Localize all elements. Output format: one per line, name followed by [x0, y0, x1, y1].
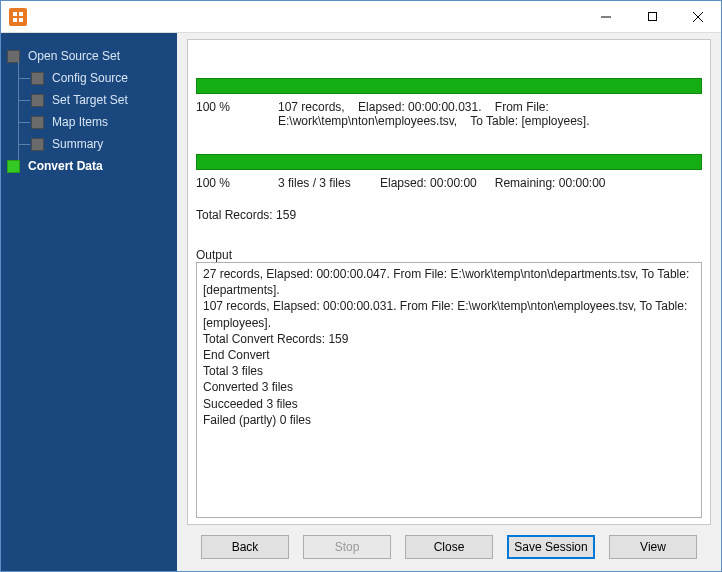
app-icon: [9, 8, 27, 26]
svg-rect-2: [13, 18, 17, 22]
step-map-items[interactable]: Map Items: [31, 111, 171, 133]
step-open-source-set[interactable]: Open Source Set: [7, 45, 171, 67]
total-remaining: Remaining: 00:00:00: [495, 176, 606, 190]
svg-rect-0: [13, 12, 17, 16]
step-box-icon: [31, 94, 44, 107]
button-bar: Back Stop Close Save Session View: [187, 525, 711, 563]
stop-button: Stop: [303, 535, 391, 559]
wizard-sidebar: Open Source Set Config Source Set Target…: [1, 33, 177, 571]
view-button[interactable]: View: [609, 535, 697, 559]
step-convert-data[interactable]: Convert Data: [7, 155, 171, 177]
total-elapsed: Elapsed: 00:00:00: [380, 176, 477, 190]
file-records: 107 records,: [278, 100, 345, 114]
total-percent: 100 %: [196, 176, 260, 190]
step-summary[interactable]: Summary: [31, 133, 171, 155]
step-box-icon: [31, 116, 44, 129]
step-label: Summary: [52, 137, 103, 151]
save-session-button[interactable]: Save Session: [507, 535, 595, 559]
back-button[interactable]: Back: [201, 535, 289, 559]
file-percent: 100 %: [196, 100, 260, 128]
svg-rect-3: [19, 18, 23, 22]
maximize-button[interactable]: [629, 1, 675, 33]
total-progress-block: 100 % 3 files / 3 files Elapsed: 00:00:0…: [196, 154, 702, 222]
step-set-target-set[interactable]: Set Target Set: [31, 89, 171, 111]
step-label: Map Items: [52, 115, 108, 129]
step-box-icon: [31, 138, 44, 151]
output-textarea[interactable]: 27 records, Elapsed: 00:00:00.047. From …: [196, 262, 702, 518]
step-label: Open Source Set: [28, 49, 120, 63]
titlebar: [1, 1, 721, 33]
step-box-icon: [31, 72, 44, 85]
total-records: Total Records: 159: [196, 208, 296, 222]
step-label: Config Source: [52, 71, 128, 85]
file-elapsed: Elapsed: 00:00:00.031.: [358, 100, 481, 114]
step-label: Convert Data: [28, 159, 103, 173]
total-files: 3 files / 3 files: [278, 176, 362, 190]
step-box-icon: [7, 160, 20, 173]
minimize-button[interactable]: [583, 1, 629, 33]
file-progress-block: 100 % 107 records, Elapsed: 00:00:00.031…: [196, 78, 702, 128]
total-progress-bar: [196, 154, 702, 170]
file-to-table: To Table: [employees].: [470, 114, 589, 128]
file-progress-bar: [196, 78, 702, 94]
svg-rect-1: [19, 12, 23, 16]
step-label: Set Target Set: [52, 93, 128, 107]
output-label: Output: [196, 248, 702, 262]
close-button[interactable]: Close: [405, 535, 493, 559]
step-config-source[interactable]: Config Source: [31, 67, 171, 89]
file-from-label: From File:: [495, 100, 549, 114]
close-window-button[interactable]: [675, 1, 721, 33]
main-panel: 100 % 107 records, Elapsed: 00:00:00.031…: [177, 33, 721, 571]
file-path: E:\work\temp\nton\employees.tsv,: [278, 114, 457, 128]
